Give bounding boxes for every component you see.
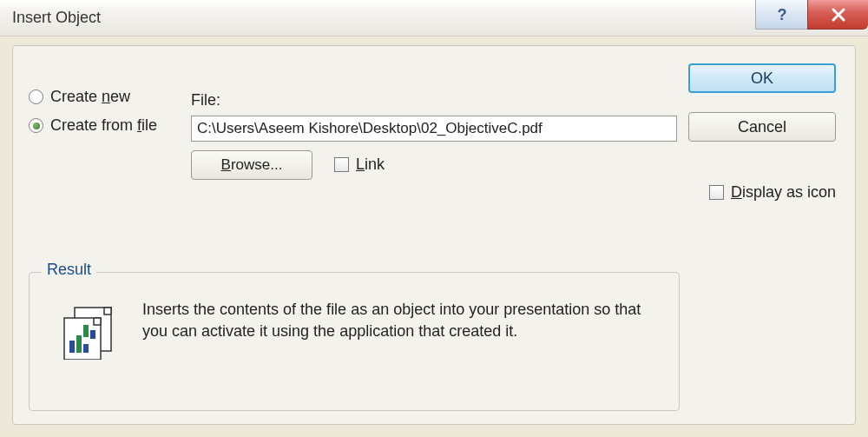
help-icon: ?: [774, 6, 790, 23]
titlebar: Insert Object ?: [0, 0, 868, 36]
result-legend: Result: [42, 261, 96, 279]
titlebar-controls: ?: [755, 0, 868, 30]
ok-button[interactable]: OK: [688, 63, 836, 93]
checkbox-icon: [709, 185, 724, 200]
embedded-object-icon: [59, 306, 120, 363]
create-source-radiogroup: Create new Create from file: [29, 88, 157, 145]
svg-rect-7: [90, 330, 95, 339]
radio-create-from-file-label: Create from file: [50, 116, 157, 135]
file-path-input[interactable]: [191, 116, 677, 142]
dialog-title: Insert Object: [12, 9, 101, 27]
display-as-icon-checkbox[interactable]: Display as icon: [709, 183, 836, 202]
link-label: Link: [356, 156, 385, 174]
svg-text:?: ?: [777, 6, 786, 23]
close-icon: [829, 7, 848, 23]
close-button[interactable]: [807, 0, 868, 30]
help-button[interactable]: ?: [755, 0, 807, 30]
cancel-button[interactable]: Cancel: [688, 112, 836, 142]
browse-button[interactable]: Browse...: [191, 150, 312, 180]
svg-rect-3: [69, 341, 75, 353]
result-group: Result Inserts the contents of the file …: [29, 272, 680, 411]
svg-rect-5: [83, 344, 89, 353]
svg-rect-6: [83, 325, 89, 337]
radio-create-from-file[interactable]: Create from file: [29, 116, 157, 135]
file-label: File:: [191, 91, 220, 109]
radio-create-new[interactable]: Create new: [29, 88, 157, 106]
radio-icon: [29, 89, 43, 104]
radio-create-new-label: Create new: [50, 88, 130, 106]
radio-icon: [29, 118, 43, 133]
result-description: Inserts the contents of the file as an o…: [142, 299, 661, 342]
link-checkbox[interactable]: Link: [334, 156, 385, 174]
svg-rect-4: [76, 335, 82, 353]
display-as-icon-label: Display as icon: [731, 183, 836, 202]
checkbox-icon: [334, 157, 349, 172]
dialog-content: Create new Create from file File: Browse…: [12, 45, 856, 425]
